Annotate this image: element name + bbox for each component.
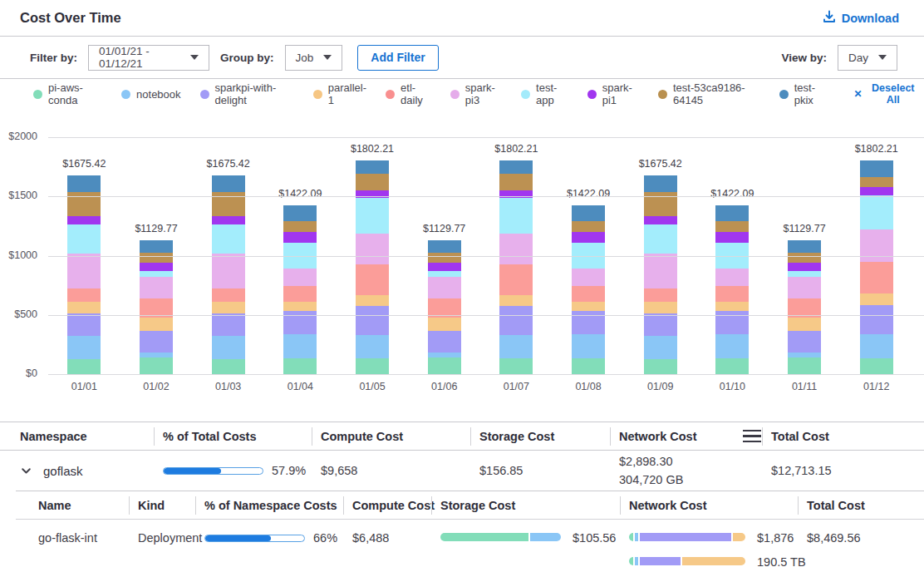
bar-segment-parallel-1[interactable] bbox=[212, 302, 245, 313]
bar-segment-parallel-1[interactable] bbox=[644, 302, 677, 313]
legend-item-parallel-1[interactable]: parallel-1 bbox=[313, 81, 366, 106]
legend-item-test-app[interactable]: test-app bbox=[521, 81, 568, 106]
stacked-bar-01/09[interactable] bbox=[644, 175, 677, 374]
stacked-bar-01/03[interactable] bbox=[212, 175, 245, 374]
bar-segment-test-53ca9186-64145[interactable] bbox=[499, 174, 533, 190]
bar-segment-test-app[interactable] bbox=[356, 198, 389, 233]
bar-segment-etl-daily[interactable] bbox=[67, 288, 101, 302]
bar-segment-notebook[interactable] bbox=[356, 335, 389, 359]
bar-segment-spark-pi1[interactable] bbox=[212, 216, 245, 224]
bar-segment-test-53ca9186-64145[interactable] bbox=[715, 221, 749, 233]
bar-segment-notebook[interactable] bbox=[499, 335, 533, 359]
stacked-bar-01/02[interactable] bbox=[140, 240, 173, 374]
table-row[interactable]: go-flask-int Deployment 66% $6,488 $105.… bbox=[16, 520, 924, 567]
bar-segment-test-pkix[interactable] bbox=[428, 240, 461, 253]
stacked-bar-01/07[interactable] bbox=[499, 160, 533, 374]
stacked-bar-01/11[interactable] bbox=[788, 240, 821, 374]
bar-segment-test-pkix[interactable] bbox=[140, 240, 173, 253]
bar-segment-spark-pi3[interactable] bbox=[644, 254, 677, 288]
bar-segment-sparkpi-with-delight[interactable] bbox=[788, 331, 821, 353]
date-range-select[interactable]: 01/01/21 - 01/12/21 bbox=[88, 45, 209, 71]
bar-segment-test-53ca9186-64145[interactable] bbox=[283, 221, 317, 233]
deselect-all-button[interactable]: ✕ Deselect All bbox=[849, 81, 924, 106]
bar-segment-spark-pi3[interactable] bbox=[67, 254, 101, 288]
bar-segment-test-53ca9186-64145[interactable] bbox=[860, 177, 893, 187]
bar-segment-notebook[interactable] bbox=[572, 334, 605, 358]
group-by-select[interactable]: Job bbox=[285, 45, 343, 71]
bar-segment-spark-pi1[interactable] bbox=[644, 216, 677, 224]
legend-item-notebook[interactable]: notebook bbox=[121, 88, 181, 101]
bar-segment-etl-daily[interactable] bbox=[715, 286, 749, 302]
stacked-bar-01/08[interactable] bbox=[572, 205, 605, 374]
bar-segment-parallel-1[interactable] bbox=[572, 302, 605, 311]
bar-segment-pi-aws-conda[interactable] bbox=[212, 359, 245, 374]
bar-segment-spark-pi1[interactable] bbox=[67, 216, 101, 224]
bar-segment-test-app[interactable] bbox=[140, 271, 173, 278]
bar-segment-parallel-1[interactable] bbox=[283, 302, 317, 311]
bar-segment-test-app[interactable] bbox=[860, 195, 893, 229]
column-menu-icon[interactable] bbox=[743, 430, 761, 443]
legend-item-spark-pi1[interactable]: spark-pi1 bbox=[587, 81, 639, 106]
bar-segment-parallel-1[interactable] bbox=[428, 318, 461, 331]
bar-segment-etl-daily[interactable] bbox=[283, 286, 317, 302]
bar-segment-test-pkix[interactable] bbox=[283, 205, 317, 220]
bar-segment-notebook[interactable] bbox=[715, 334, 749, 358]
legend-item-sparkpi-with-delight[interactable]: sparkpi-with-delight bbox=[200, 81, 294, 106]
bar-segment-etl-daily[interactable] bbox=[356, 264, 389, 295]
stacked-bar-01/10[interactable] bbox=[715, 205, 749, 374]
legend-item-pi-aws-conda[interactable]: pi-aws-conda bbox=[33, 81, 102, 106]
bar-segment-sparkpi-with-delight[interactable] bbox=[644, 313, 677, 335]
bar-segment-sparkpi-with-delight[interactable] bbox=[428, 331, 461, 353]
stacked-bar-01/01[interactable] bbox=[67, 175, 101, 374]
bar-segment-spark-pi3[interactable] bbox=[499, 234, 533, 265]
bar-segment-test-pkix[interactable] bbox=[499, 160, 533, 174]
bar-segment-test-app[interactable] bbox=[499, 198, 533, 233]
bar-segment-notebook[interactable] bbox=[644, 336, 677, 360]
download-button[interactable]: Download bbox=[818, 9, 904, 27]
bar-segment-notebook[interactable] bbox=[212, 336, 245, 360]
legend-item-test-53ca9186-64145[interactable]: test-53ca9186-64145 bbox=[658, 81, 760, 106]
bar-segment-parallel-1[interactable] bbox=[499, 295, 533, 306]
bar-segment-test-pkix[interactable] bbox=[572, 205, 605, 220]
bar-segment-spark-pi1[interactable] bbox=[283, 232, 317, 242]
bar-segment-sparkpi-with-delight[interactable] bbox=[140, 331, 173, 353]
bar-segment-test-pkix[interactable] bbox=[212, 175, 245, 192]
bar-segment-notebook[interactable] bbox=[860, 334, 893, 358]
bar-segment-parallel-1[interactable] bbox=[140, 318, 173, 331]
bar-segment-test-pkix[interactable] bbox=[715, 205, 749, 220]
stacked-bar-01/04[interactable] bbox=[283, 205, 317, 374]
legend-item-test-pkix[interactable]: test-pkix bbox=[779, 81, 828, 106]
bar-segment-pi-aws-conda[interactable] bbox=[428, 357, 461, 374]
bar-segment-test-app[interactable] bbox=[212, 224, 245, 254]
bar-segment-spark-pi1[interactable] bbox=[428, 263, 461, 271]
bar-segment-etl-daily[interactable] bbox=[644, 288, 677, 302]
add-filter-button[interactable]: Add Filter bbox=[357, 45, 438, 71]
bar-segment-parallel-1[interactable] bbox=[356, 295, 389, 306]
bar-segment-spark-pi3[interactable] bbox=[428, 277, 461, 298]
bar-segment-spark-pi3[interactable] bbox=[140, 277, 173, 298]
bar-segment-test-53ca9186-64145[interactable] bbox=[140, 253, 173, 262]
bar-segment-test-app[interactable] bbox=[428, 271, 461, 278]
stacked-bar-01/12[interactable] bbox=[860, 160, 893, 374]
legend-item-spark-pi3[interactable]: spark-pi3 bbox=[450, 81, 502, 106]
bar-segment-test-53ca9186-64145[interactable] bbox=[572, 221, 605, 233]
bar-segment-test-pkix[interactable] bbox=[860, 160, 893, 177]
bar-segment-pi-aws-conda[interactable] bbox=[140, 357, 173, 374]
bar-segment-spark-pi3[interactable] bbox=[860, 229, 893, 261]
bar-segment-pi-aws-conda[interactable] bbox=[644, 359, 677, 374]
bar-segment-test-pkix[interactable] bbox=[67, 175, 101, 192]
bar-segment-pi-aws-conda[interactable] bbox=[499, 358, 533, 374]
bar-segment-spark-pi1[interactable] bbox=[788, 263, 821, 271]
bar-segment-etl-daily[interactable] bbox=[212, 288, 245, 302]
bar-segment-test-pkix[interactable] bbox=[356, 160, 389, 174]
stacked-bar-01/05[interactable] bbox=[356, 160, 389, 374]
bar-segment-test-53ca9186-64145[interactable] bbox=[356, 174, 389, 190]
bar-segment-spark-pi3[interactable] bbox=[356, 234, 389, 265]
bar-segment-spark-pi3[interactable] bbox=[283, 269, 317, 287]
bar-segment-parallel-1[interactable] bbox=[67, 302, 101, 313]
bar-segment-test-pkix[interactable] bbox=[788, 240, 821, 253]
bar-segment-spark-pi1[interactable] bbox=[860, 187, 893, 195]
bar-segment-etl-daily[interactable] bbox=[499, 264, 533, 295]
bar-segment-etl-daily[interactable] bbox=[572, 286, 605, 302]
legend-item-etl-daily[interactable]: etl-daily bbox=[386, 81, 431, 106]
